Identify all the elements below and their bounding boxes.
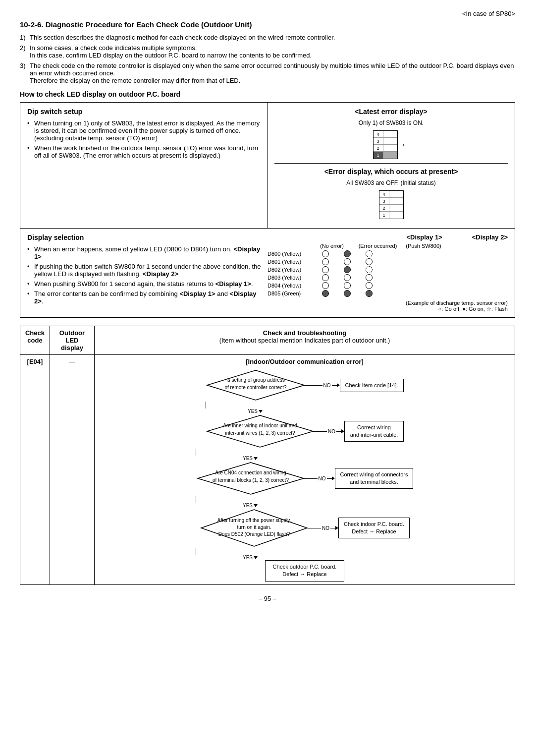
page-number: – 95 – (20, 595, 515, 602)
flow-step-1: Is setting of group address of remote co… (99, 369, 511, 402)
arrow-latest: ← (401, 140, 410, 150)
yes-label-4: YES (243, 555, 258, 560)
diamond-1: Is setting of group address of remote co… (206, 369, 305, 402)
header-title: <In case of SP80> (20, 10, 515, 17)
intro-list: 1) This section describes the diagnostic… (20, 34, 515, 84)
flowchart: Is setting of group address of remote co… (99, 369, 511, 582)
table-row-e04: [E04] — [Indoor/Outdoor communication er… (20, 355, 515, 585)
circle-d804-no-error (322, 282, 329, 289)
circle-d803-error (344, 274, 351, 281)
svg-text:Is setting of group address: Is setting of group address (226, 377, 285, 383)
svg-text:inter-unit wires (1, 2, 3) cor: inter-unit wires (1, 2, 3) correct? (225, 430, 295, 436)
flow-title: [Indoor/Outdoor communication error] (99, 358, 511, 365)
dip-switch-box: Dip switch setup When turning on 1) only… (20, 102, 515, 318)
section-subtitle: How to check LED display on outdoor P.C.… (20, 90, 515, 98)
display-bullet-2: If pushing the button switch SW800 for 1… (27, 263, 263, 278)
display-bullets: When an error happens, some of yellow LE… (27, 245, 263, 305)
circle-d801-push (366, 258, 373, 265)
flow-step-2: Are inner wiring of indoor unit and inte… (99, 414, 511, 449)
circle-d800-push (366, 250, 373, 257)
flow-step-3: Are CN04 connection and wiring of termin… (99, 461, 511, 496)
circle-d804-push (366, 282, 373, 289)
led-row-d800: D800 (Yellow) (268, 250, 508, 257)
page-header: <In case of SP80> (20, 10, 515, 17)
circle-d803-push (366, 274, 373, 281)
display-right: <Display 1> <Display 2> (No error) (Erro… (268, 233, 508, 312)
error-present-title: <Error display, which occurs at present> (274, 168, 508, 175)
circle-d805-push (366, 290, 373, 297)
svg-text:of remote controller correct?: of remote controller correct? (224, 385, 286, 390)
svg-text:Are inner wiring of indoor uni: Are inner wiring of indoor unit and (223, 423, 297, 428)
svg-text:After turning off the power su: After turning off the power supply, (217, 518, 291, 523)
circle-d805-no-error (322, 290, 329, 297)
no-path-1: NO Check Item code [14]. (303, 379, 404, 392)
yes-label-2: YES (243, 456, 258, 461)
no-path-3: NO Correct wiring of connectorsand termi… (303, 468, 414, 489)
circle-d801-error (344, 258, 351, 265)
yes-label-1: YES (248, 408, 263, 414)
no-action-3: Correct wiring of connectorsand terminal… (335, 468, 414, 489)
latest-error-subtitle: Only 1) of SW803 is ON. (274, 119, 508, 126)
main-title: 10-2-6. Diagnostic Procedure for Each Ch… (20, 20, 515, 29)
diamond-4: After turning off the power supply, turn… (200, 508, 309, 548)
svg-text:Does D502 (Orange LED) flash?: Does D502 (Orange LED) flash? (218, 531, 290, 537)
latest-error-title: <Latest error display> (274, 108, 508, 116)
display-bullet-1: When an error happens, some of yellow LE… (27, 245, 263, 260)
intro-item-3: 3) The check code on the remote controll… (20, 62, 515, 84)
troubleshoot-cell: [Indoor/Outdoor communication error] Is … (95, 355, 515, 585)
col-troubleshooting: Check and troubleshooting(Item without s… (95, 326, 515, 355)
dip-diagram-present: 4 3 2 1 (274, 190, 508, 219)
yes-label-3: YES (243, 503, 258, 508)
circle-d805-error (344, 290, 351, 297)
error-present-subtitle: All SW803 are OFF. (Initial status) (274, 179, 508, 186)
no-action-1: Check Item code [14]. (340, 379, 404, 392)
display2-label: <Display 2> (472, 233, 508, 241)
dip-switch-bullets: When turning on 1) only of SW803, the la… (27, 119, 260, 159)
led-row-d804: D804 (Yellow) (268, 282, 508, 289)
check-table: Checkcode OutdoorLED display Check and t… (20, 326, 515, 585)
circle-d800-no-error (322, 250, 329, 257)
circle-d804-error (344, 282, 351, 289)
led-row-d803: D803 (Yellow) (268, 274, 508, 281)
code-cell: [E04] (20, 355, 50, 585)
led-cell: — (50, 355, 95, 585)
flow-step-4: After turning off the power supply, turn… (99, 508, 511, 548)
no-action-4: Check indoor P.C. board.Defect → Replace (338, 518, 410, 539)
col-check-code: Checkcode (20, 326, 50, 355)
intro-item-2: 2) In some cases, a check code indicates… (20, 44, 515, 59)
display-header-row: <Display 1> <Display 2> (268, 233, 508, 241)
display-bullet-3: When pushing SW800 for 1 second again, t… (27, 280, 263, 288)
intro-item-1: 1) This section describes the diagnostic… (20, 34, 515, 41)
display-left: Display selection When an error happens,… (27, 233, 268, 312)
svg-text:turn on it again.: turn on it again. (237, 524, 271, 530)
led-row-d805: D805 (Green) (268, 290, 508, 297)
led-note: (Example of discharge temp. sensor error… (268, 300, 508, 312)
dip-bullet-1: When turning on 1) only of SW803, the la… (27, 119, 260, 142)
svg-text:of terminal blocks (1, 2, 3) c: of terminal blocks (1, 2, 3) correct? (213, 477, 289, 483)
circle-d800-error (344, 250, 351, 257)
led-table: (No error) (Error occurred) (Push SW800)… (268, 243, 508, 312)
svg-text:Are CN04 connection and wiring: Are CN04 connection and wiring (215, 470, 286, 475)
col-led-display: OutdoorLED display (50, 326, 95, 355)
circle-d802-no-error (322, 266, 329, 273)
led-row-d802: D802 (Yellow) (268, 266, 508, 273)
led-row-d801: D801 (Yellow) (268, 258, 508, 265)
diamond-3: Are CN04 connection and wiring of termin… (196, 461, 305, 496)
display-title: Display selection (27, 233, 263, 241)
no-path-2: NO Correct wiringand inter-unit cable. (312, 421, 404, 442)
dip-switch-title: Dip switch setup (27, 108, 260, 116)
circle-d802-push (366, 266, 373, 273)
no-path-4: NO Check indoor P.C. board.Defect → Repl… (306, 518, 410, 539)
dip-bullet-2: When the work finished or the outdoor te… (27, 144, 260, 159)
no-action-2: Correct wiringand inter-unit cable. (344, 421, 404, 442)
display-section: Display selection When an error happens,… (20, 228, 515, 317)
circle-d803-no-error (322, 274, 329, 281)
final-action: Check outdoor P.C. board.Defect → Replac… (265, 560, 344, 582)
dip-switch-left: Dip switch setup When turning on 1) only… (20, 103, 268, 228)
circle-d801-no-error (322, 258, 329, 265)
display1-label: <Display 1> (406, 233, 442, 241)
dip-diagram-latest: 4 3 2 1 (274, 130, 508, 159)
circle-d802-error (344, 266, 351, 273)
display-bullet-4: The error contents can be confirmed by c… (27, 290, 263, 305)
dip-switch-right: <Latest error display> Only 1) of SW803 … (268, 103, 515, 228)
